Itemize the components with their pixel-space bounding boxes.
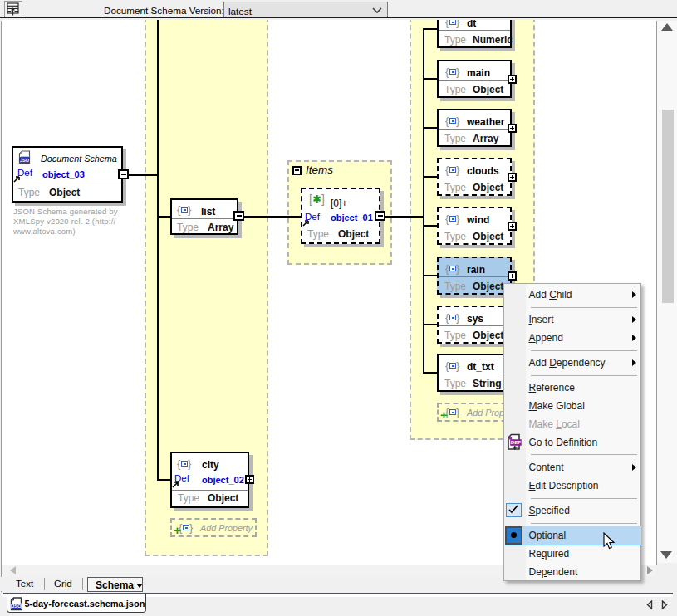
svg-text:JSO: JSO xyxy=(20,158,30,163)
svg-text:DEF: DEF xyxy=(511,439,522,445)
svg-text:JSO: JSO xyxy=(11,604,21,609)
